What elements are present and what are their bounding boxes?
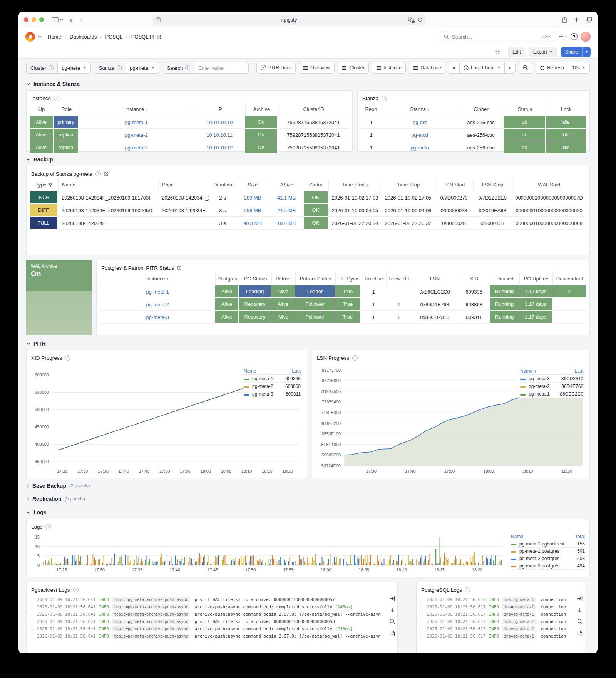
kebab-menu-icon[interactable]: ⋮ bbox=[30, 612, 34, 617]
log-document-icon[interactable]: LOG bbox=[390, 630, 395, 636]
log-line[interactable]: ⋮ 2026-01-09 18:21:56.617 INFO ins=pg-me… bbox=[420, 625, 569, 633]
log-line[interactable]: ⋮ 2026-01-09 18:21:56.617 INFO ins=pg-me… bbox=[420, 633, 569, 640]
scroll-to-end-icon[interactable] bbox=[577, 596, 583, 601]
address-bar[interactable]: i.pigsty bbox=[152, 14, 426, 25]
scroll-down-icon[interactable] bbox=[390, 607, 395, 613]
log-line[interactable]: ⋮ 2026-01-09 18:21:56.617 INFO ins=pg-me… bbox=[420, 618, 569, 625]
kebab-menu-icon[interactable]: ⋮ bbox=[420, 619, 424, 624]
kebab-menu-icon[interactable]: ⋮ bbox=[30, 604, 34, 609]
log-line[interactable]: ⋮ 2026-01-09 18:21:56.641 INFO topic=pg-… bbox=[30, 603, 381, 611]
logs-chart[interactable]: 05101517:2517:3017:3517:4017:4517:5017:5… bbox=[30, 531, 507, 574]
scroll-to-end-icon[interactable] bbox=[389, 596, 395, 601]
new-tab-plus-icon[interactable] bbox=[574, 17, 579, 23]
section-backup[interactable]: Backup bbox=[26, 153, 590, 166]
forward-icon[interactable]: › bbox=[76, 16, 87, 23]
kebab-menu-icon[interactable]: ⋮ bbox=[30, 634, 34, 639]
search-input[interactable]: Search... ⌘+k bbox=[440, 31, 555, 42]
legend-row[interactable]: pg-meta-1.pgbackrest 155 bbox=[510, 540, 586, 548]
overview-link-button[interactable]: Overview bbox=[299, 62, 335, 74]
ip-link[interactable]: 10.10.10.12 bbox=[194, 141, 245, 154]
legend-row[interactable]: pg-meta-2 608868 bbox=[243, 383, 301, 390]
info-icon[interactable]: i bbox=[382, 96, 387, 101]
kebab-menu-icon[interactable]: ⋮ bbox=[420, 597, 424, 602]
legend-row[interactable]: pg-meta-3 609311 bbox=[243, 390, 301, 398]
section-base-backup[interactable]: Base Backup (2 panels) bbox=[26, 480, 590, 492]
share-icon[interactable] bbox=[561, 17, 567, 23]
refresh-interval-picker[interactable]: 10s ▼ bbox=[568, 62, 590, 74]
tab-overview-icon[interactable] bbox=[586, 17, 592, 23]
help-icon[interactable]: ? bbox=[571, 33, 578, 40]
log-line[interactable]: ⋮ 2026-01-09 18:21:56.641 INFO topic=pg-… bbox=[30, 633, 381, 640]
kebab-menu-icon[interactable]: ⋮ bbox=[30, 619, 34, 624]
chevron-down-icon[interactable] bbox=[38, 35, 42, 38]
log-document-icon[interactable]: LOG bbox=[577, 630, 583, 636]
search-logs-icon[interactable] bbox=[390, 619, 395, 624]
instance-link[interactable]: pg-meta-2 bbox=[79, 129, 194, 141]
instance-link[interactable]: pg-meta-1 bbox=[79, 116, 194, 129]
favorite-star-icon[interactable]: ☆ bbox=[495, 49, 500, 55]
scroll-down-icon[interactable] bbox=[578, 607, 582, 613]
ip-link[interactable]: 10.10.10.10 bbox=[194, 116, 245, 129]
refresh-button[interactable]: Refresh bbox=[536, 62, 568, 74]
info-icon[interactable]: i bbox=[45, 524, 51, 529]
minimize-window-button[interactable] bbox=[32, 17, 36, 22]
log-line[interactable]: ⋮ 2026-01-09 18:21:56.641 INFO topic=pg-… bbox=[30, 618, 381, 625]
share-menu-caret[interactable]: ▼ bbox=[582, 47, 591, 57]
search-filter-input[interactable] bbox=[198, 65, 244, 71]
kebab-menu-icon[interactable]: ⋮ bbox=[420, 626, 424, 631]
cell-delta-size[interactable]: 18.6 MB bbox=[269, 217, 304, 230]
instance-link[interactable]: pg-meta-2 bbox=[100, 298, 215, 311]
legend-row[interactable]: pg-meta-1.postgres 501 bbox=[510, 548, 586, 555]
export-button[interactable]: Export▼ bbox=[529, 47, 557, 57]
breadcrumb-home[interactable]: Home bbox=[48, 34, 61, 40]
kebab-menu-icon[interactable]: ⋮ bbox=[30, 597, 34, 602]
fullscreen-window-button[interactable] bbox=[39, 17, 44, 22]
instance-link[interactable]: pg-meta-3 bbox=[79, 141, 194, 154]
section-pitr[interactable]: PITR bbox=[26, 337, 590, 350]
sidebar-toggle-icon[interactable] bbox=[49, 14, 66, 25]
section-logs[interactable]: Logs bbox=[26, 506, 590, 519]
add-menu-button[interactable] bbox=[558, 34, 567, 39]
cell-size[interactable]: 256 MB bbox=[236, 204, 269, 217]
legend-row[interactable]: pg-meta-3.postgres 494 bbox=[510, 562, 586, 570]
log-line[interactable]: ⋮ 2026-01-09 18:21:56.617 INFO ins=pg-me… bbox=[420, 596, 569, 603]
cluster-filter[interactable]: Clusteri pg-meta▼ bbox=[26, 62, 91, 74]
section-instance-stanza[interactable]: Instance & Stanza bbox=[26, 78, 590, 90]
time-zoom-out-button[interactable] bbox=[519, 62, 532, 74]
info-icon[interactable]: i bbox=[65, 355, 70, 361]
time-shift-back-button[interactable]: « bbox=[449, 62, 460, 74]
back-icon[interactable]: ‹ bbox=[66, 16, 76, 23]
stanza-filter[interactable]: Stanzai pg-meta▼ bbox=[95, 62, 159, 74]
legend-row[interactable]: pg-meta-2.postgres 503 bbox=[510, 555, 586, 562]
info-icon[interactable]: i bbox=[465, 587, 470, 592]
legend-row[interactable]: pg-meta-2 86D1E768 bbox=[519, 383, 584, 390]
cell-size[interactable]: 90.8 MB bbox=[236, 217, 269, 230]
edit-button[interactable]: Edit bbox=[508, 47, 525, 57]
time-range-picker[interactable]: Last 1 hour ▼ bbox=[460, 62, 505, 74]
pitr-docs-button[interactable]: ? PITR Docs bbox=[256, 62, 296, 74]
legend-row[interactable]: pg-meta-1 86CEC2C0 bbox=[519, 390, 584, 398]
time-shift-forward-button[interactable]: » bbox=[505, 62, 516, 74]
log-line[interactable]: ⋮ 2026-01-09 18:21:56.641 INFO topic=pg-… bbox=[30, 625, 381, 633]
avatar[interactable] bbox=[581, 32, 591, 42]
ip-link[interactable]: 10.10.10.11 bbox=[194, 129, 245, 141]
filter-funnel-icon[interactable] bbox=[48, 183, 52, 187]
external-link-icon[interactable] bbox=[104, 171, 109, 176]
breadcrumb-pgsql[interactable]: PGSQL bbox=[105, 34, 122, 40]
log-line[interactable]: ⋮ 2026-01-09 18:21:56.641 INFO topic=pg-… bbox=[30, 596, 381, 603]
log-line[interactable]: ⋮ 2026-01-09 18:21:56.617 INFO ins=pg-me… bbox=[420, 603, 569, 611]
cell-delta-size[interactable]: 24.5 MB bbox=[269, 204, 304, 217]
cell-delta-size[interactable]: 41.1 MB bbox=[269, 191, 304, 204]
stanza-link[interactable]: pg-meta bbox=[382, 141, 458, 154]
breadcrumb-dashboards[interactable]: Dashboards bbox=[70, 34, 97, 40]
search-logs-icon[interactable] bbox=[577, 619, 583, 624]
kebab-menu-icon[interactable]: ⋮ bbox=[420, 634, 424, 639]
info-icon[interactable]: i bbox=[95, 171, 101, 176]
cell-size[interactable]: 289 MB bbox=[236, 191, 269, 204]
kebab-menu-icon[interactable]: ⋮ bbox=[420, 604, 424, 609]
cluster-link-button[interactable]: Cluster bbox=[338, 62, 369, 74]
kebab-menu-icon[interactable]: ⋮ bbox=[420, 612, 424, 617]
close-window-button[interactable] bbox=[24, 17, 28, 22]
translate-icon[interactable] bbox=[408, 17, 414, 22]
instance-link[interactable]: pg-meta-3 bbox=[100, 311, 215, 324]
